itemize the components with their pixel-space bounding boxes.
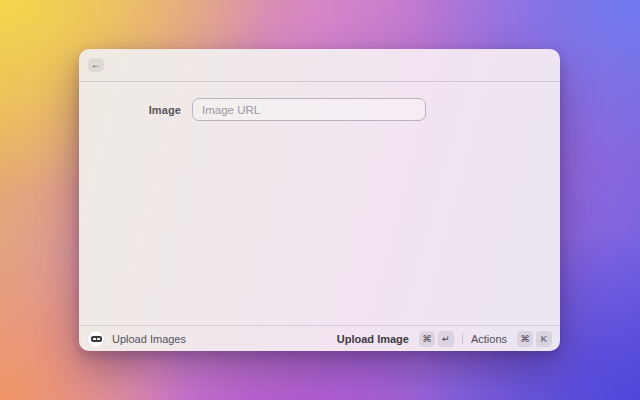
back-button[interactable]: ←: [88, 58, 104, 72]
footer-actions: Upload Image ⌘ ↵ Actions ⌘ K: [337, 331, 552, 347]
arrow-left-icon: ←: [91, 60, 101, 70]
image-form-row: Image: [79, 98, 560, 121]
command-key-icon: ⌘: [517, 331, 533, 347]
extension-name: Upload Images: [112, 333, 186, 345]
footer-bar: Upload Images Upload Image ⌘ ↵ Actions ⌘…: [79, 325, 560, 351]
footer-divider: [462, 333, 463, 344]
form-area: Image: [79, 82, 560, 325]
raycast-window: ← Image Upload Images Upload Image ⌘ ↵ A…: [79, 49, 560, 351]
actions-menu-label[interactable]: Actions: [471, 333, 507, 345]
return-key-icon: ↵: [438, 331, 454, 347]
primary-action-label[interactable]: Upload Image: [337, 333, 409, 345]
window-header: ←: [79, 49, 560, 82]
extension-chip: Upload Images: [88, 331, 186, 347]
command-key-icon: ⌘: [419, 331, 435, 347]
k-key-icon: K: [536, 331, 552, 347]
desktop: { "window": { "header": { "back_icon": "…: [0, 0, 640, 400]
upload-images-extension-icon: [88, 331, 104, 347]
image-field-label: Image: [79, 104, 192, 116]
image-url-input[interactable]: [192, 98, 426, 121]
